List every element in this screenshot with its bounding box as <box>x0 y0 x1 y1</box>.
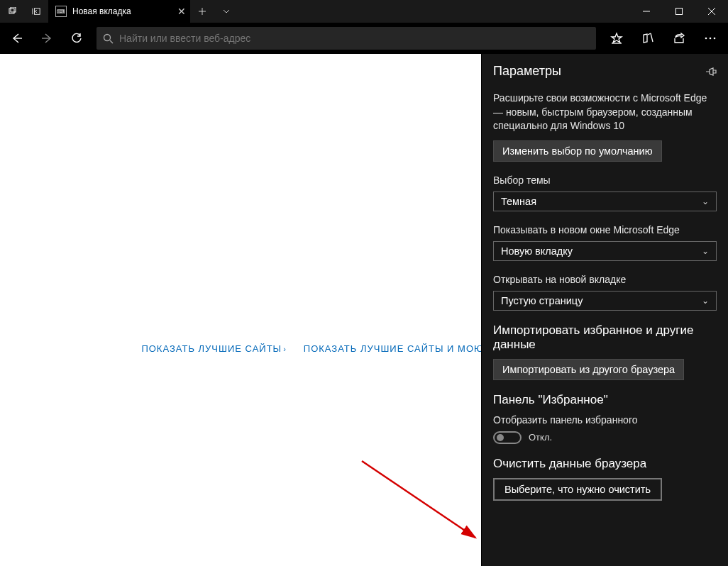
promo-text: Расширьте свои возможности с Microsoft E… <box>493 91 717 133</box>
chevron-down-icon: ⌄ <box>702 196 709 206</box>
new-tab-button[interactable] <box>190 0 214 23</box>
import-section: Импортировать избранное и другие данные … <box>493 323 717 380</box>
promo-section: Расширьте свои возможности с Microsoft E… <box>493 91 717 162</box>
favorites-star-icon[interactable] <box>602 24 632 52</box>
favorites-bar-state: Откл. <box>529 432 552 443</box>
svg-point-17 <box>714 38 716 40</box>
back-button[interactable] <box>3 24 31 52</box>
favorites-bar-label: Отобразить панель избранного <box>493 414 717 426</box>
import-heading: Импортировать избранное и другие данные <box>493 323 717 352</box>
minimize-button[interactable] <box>630 0 663 23</box>
open-with-value: Новую вкладку <box>501 245 573 257</box>
open-with-label: Показывать в новом окне Microsoft Edge <box>493 224 717 235</box>
maximize-button[interactable] <box>663 0 695 23</box>
close-window-button[interactable] <box>695 0 728 23</box>
more-menu-icon[interactable] <box>695 24 725 52</box>
reading-view-icon[interactable] <box>633 24 663 52</box>
tab-title: Новая вкладка <box>72 6 131 16</box>
clear-data-section: Очистить данные браузера Выберите, что н… <box>493 457 717 501</box>
new-tab-section: Открывать на новой вкладке Пустую страни… <box>493 274 717 311</box>
choose-what-to-clear-button[interactable]: Выберите, что нужно очистить <box>493 478 662 501</box>
chevron-right-icon: › <box>283 345 287 353</box>
forward-button[interactable] <box>33 24 61 52</box>
tabs-overview-icon[interactable] <box>214 0 238 23</box>
clear-data-heading: Очистить данные браузера <box>493 457 717 471</box>
theme-label: Выбор темы <box>493 174 717 186</box>
search-icon <box>96 33 119 44</box>
close-tab-icon[interactable]: ✕ <box>177 6 186 17</box>
theme-section: Выбор темы Темная ⌄ <box>493 174 717 211</box>
toolbar <box>0 23 728 54</box>
share-icon[interactable] <box>664 24 694 52</box>
titlebar: ⌨ Новая вкладка ✕ <box>0 0 728 23</box>
new-tab-label: Открывать на новой вкладке <box>493 274 717 285</box>
favorites-bar-toggle[interactable] <box>493 431 522 444</box>
pin-icon[interactable] <box>705 66 717 77</box>
favorites-bar-section: Панель "Избранное" Отобразить панель изб… <box>493 393 717 444</box>
cascade-windows-icon[interactable] <box>0 0 24 23</box>
show-top-sites-link[interactable]: ПОКАЗАТЬ ЛУЧШИЕ САЙТЫ› <box>141 343 286 354</box>
panel-title: Параметры <box>493 64 561 79</box>
favorites-bar-heading: Панель "Избранное" <box>493 393 717 407</box>
svg-point-15 <box>705 38 707 40</box>
svg-point-12 <box>104 34 110 40</box>
refresh-button[interactable] <box>62 24 91 52</box>
chevron-down-icon: ⌄ <box>702 296 709 306</box>
window-controls <box>630 0 728 23</box>
tab-favicon: ⌨ <box>55 6 67 17</box>
new-tab-value: Пустую страницу <box>501 295 583 306</box>
svg-rect-1 <box>11 7 16 12</box>
svg-rect-0 <box>9 9 14 13</box>
import-button[interactable]: Импортировать из другого браузера <box>493 359 684 380</box>
browser-tab[interactable]: ⌨ Новая вкладка ✕ <box>48 0 190 23</box>
address-bar[interactable] <box>96 27 596 50</box>
theme-select[interactable]: Темная ⌄ <box>493 192 717 211</box>
open-with-select[interactable]: Новую вкладку ⌄ <box>493 241 717 261</box>
svg-point-16 <box>710 38 712 40</box>
set-aside-tabs-icon[interactable] <box>24 0 48 23</box>
address-input[interactable] <box>119 33 596 44</box>
svg-line-13 <box>110 40 113 43</box>
theme-value: Темная <box>501 196 536 207</box>
chevron-down-icon: ⌄ <box>702 246 709 256</box>
change-default-button[interactable]: Изменить выбор по умолчанию <box>493 140 662 162</box>
svg-rect-7 <box>676 9 683 15</box>
settings-panel: Параметры Расширьте свои возможности с M… <box>481 54 728 566</box>
open-with-section: Показывать в новом окне Microsoft Edge Н… <box>493 224 717 261</box>
new-tab-select[interactable]: Пустую страницу ⌄ <box>493 291 717 311</box>
